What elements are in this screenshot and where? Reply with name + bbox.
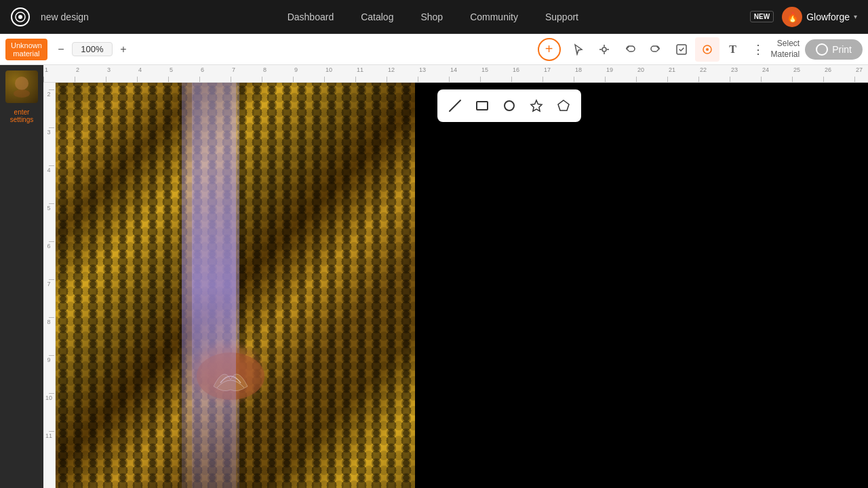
svg-point-2: [602, 47, 606, 52]
nav-support[interactable]: Support: [532, 0, 592, 34]
svg-point-1: [18, 15, 22, 19]
main-toolbar: Unknownmaterial − 100% + + T: [0, 34, 868, 65]
top-navigation: new design Dashboard Catalog Shop Commun…: [0, 0, 868, 34]
new-badge: NEW: [750, 11, 774, 22]
pentagon-shape-button[interactable]: [551, 94, 576, 118]
sidebar-image-placeholder: [5, 70, 38, 103]
rectangle-shape-button[interactable]: [470, 94, 494, 118]
nav-community[interactable]: Community: [456, 0, 532, 34]
add-button[interactable]: +: [538, 38, 561, 61]
ruler-left: 234567891011: [43, 83, 56, 488]
chevron-down-icon: ▾: [854, 13, 857, 20]
svg-point-6: [15, 77, 28, 90]
svg-rect-11: [56, 83, 415, 488]
svg-line-13: [450, 100, 460, 111]
print-label: Print: [832, 44, 852, 55]
undo-button[interactable]: [618, 37, 642, 62]
circle-shape-button[interactable]: [497, 94, 521, 118]
select-material-label[interactable]: SelectMaterial: [771, 39, 800, 60]
svg-marker-17: [558, 100, 569, 110]
nav-catalog[interactable]: Catalog: [347, 0, 407, 34]
zoom-out-button[interactable]: −: [53, 41, 69, 58]
canvas-area[interactable]: [56, 83, 868, 488]
sidebar-image-thumbnail[interactable]: [5, 70, 38, 103]
app-logo-icon: [11, 7, 30, 26]
toolbar-tools: + T ⋮: [538, 37, 771, 62]
nav-right: NEW 🔥 Glowforge ▾: [750, 7, 868, 27]
redo-button[interactable]: [644, 37, 668, 62]
toolbar-right: SelectMaterial Print: [771, 39, 863, 60]
center-decoration: [186, 339, 268, 407]
shape-popup-toolbar: [437, 89, 581, 122]
select-tool-button[interactable]: [566, 37, 591, 62]
canvas-image: [56, 83, 415, 488]
svg-point-12: [197, 352, 264, 400]
enter-settings-button[interactable]: enter settings: [0, 108, 43, 123]
zoom-in-button[interactable]: +: [115, 41, 132, 58]
zoom-controls: − 100% +: [53, 41, 132, 58]
zoom-value[interactable]: 100%: [72, 42, 113, 56]
nav-links: Dashboard Catalog Shop Community Support: [116, 0, 750, 34]
app-title: new design: [41, 12, 89, 22]
svg-point-5: [706, 48, 709, 51]
pan-tool-button[interactable]: [592, 37, 616, 62]
glowforge-label: Glowforge: [806, 12, 850, 22]
text-button[interactable]: T: [721, 37, 745, 62]
svg-marker-16: [531, 100, 542, 111]
svg-point-15: [505, 101, 514, 110]
svg-rect-14: [477, 102, 488, 110]
place-artwork-button[interactable]: [669, 37, 694, 62]
sidebar: enter settings: [0, 65, 43, 488]
star-shape-button[interactable]: [524, 94, 549, 118]
print-button[interactable]: Print: [805, 39, 863, 60]
logo-area[interactable]: [0, 0, 41, 34]
nav-shop[interactable]: Shop: [407, 0, 456, 34]
nav-dashboard[interactable]: Dashboard: [274, 0, 348, 34]
line-shape-button[interactable]: [443, 94, 467, 118]
glowforge-button[interactable]: 🔥 Glowforge ▾: [782, 7, 857, 27]
ruler-top: 1234567891011121314151617181920212223242…: [43, 65, 868, 83]
glowforge-icon: 🔥: [782, 7, 802, 27]
material-button[interactable]: Unknownmaterial: [5, 39, 47, 60]
more-options-button[interactable]: ⋮: [747, 37, 771, 62]
print-circle-icon: [816, 43, 828, 56]
svg-point-7: [14, 89, 30, 98]
shapes-button[interactable]: [695, 37, 719, 62]
